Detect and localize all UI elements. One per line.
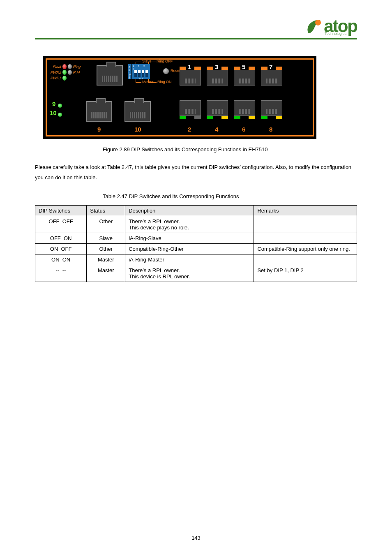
led-fault-label: Fault [48, 65, 61, 69]
port-num-2: 2 [188, 126, 191, 133]
port-7 [261, 66, 282, 86]
dip-sw-1[interactable] [145, 70, 148, 77]
port-num-6: 6 [242, 126, 245, 133]
dip-switch-block: 4 3 2 1 NO [132, 64, 150, 79]
table-header-row: DIP Switches Status Description Remarks [35, 206, 357, 216]
logo-sub: Technologies [325, 32, 346, 36]
figure-caption: Figure 2.89 DIP Switches and its Corresp… [103, 146, 357, 153]
port-3 [207, 66, 228, 86]
led-pwr1 [62, 76, 67, 81]
console-port [97, 65, 123, 86]
brand-logo: atop Technologies [306, 18, 357, 36]
side-num-9: 9 [52, 100, 55, 107]
callout-master: Master [142, 80, 154, 84]
table-row: ON ON Master iA-Ring-Master [35, 254, 357, 265]
led-pwr2 [62, 70, 67, 75]
cell-dip: ON ON [35, 254, 87, 265]
led-rm-label: R.M [73, 70, 86, 74]
cell-remarks: Compatible-Ring support only one ring. [254, 244, 357, 254]
cell-dip: OFF ON [35, 233, 87, 244]
cell-remarks: Set by DIP 1, DIP 2 [254, 265, 357, 282]
led-pwr2-label: PWR2 [48, 70, 61, 74]
port-num-10-bottom: 10 [134, 126, 141, 133]
port-num-8: 8 [269, 126, 272, 133]
port-6 [234, 100, 255, 120]
device-diagram: Fault Ring PWR2 R.M PWR1 [43, 56, 357, 139]
cell-desc: iA-Ring-Master [125, 254, 254, 265]
led-ring-label: Ring [73, 65, 86, 69]
dip-side-label: ring/ R.M. [128, 64, 131, 79]
cell-dip: -- -- [35, 265, 87, 282]
side-led-9 [58, 104, 62, 108]
status-led-block: Fault Ring PWR2 R.M PWR1 [48, 64, 86, 81]
led-pwr1-label: PWR1 [48, 76, 61, 80]
cell-desc: There’s a RPL owner. This device plays n… [125, 216, 254, 233]
table-row: OFF ON Slave iA-Ring-Slave [35, 233, 357, 244]
dip-sw-3[interactable] [138, 70, 141, 77]
dip-config-table: DIP Switches Status Description Remarks … [35, 205, 357, 282]
port-5 [234, 66, 255, 86]
side-num-10: 10 [50, 109, 57, 116]
port-2 [180, 100, 201, 120]
port-10 [125, 101, 151, 122]
th-dip: DIP Switches [35, 206, 87, 216]
cell-status: Slave [87, 233, 125, 244]
cell-remarks [254, 254, 357, 265]
callout-reset: Reset [171, 69, 180, 73]
cell-status: Master [87, 254, 125, 265]
cell-status: Other [87, 216, 125, 233]
cell-desc: iA-Ring-Slave [125, 233, 254, 244]
table-row: ON OFF Other Compatible-Ring-Other Compa… [35, 244, 357, 254]
table-row: OFF OFF Other There’s a RPL owner. This … [35, 216, 357, 233]
cell-status: Other [87, 244, 125, 254]
callout-ringoff: Ring OFF [157, 59, 173, 63]
logo-leaf-icon [306, 18, 323, 36]
table-row: -- -- Master There’s a RPL owner. This d… [35, 265, 357, 282]
cell-dip: ON OFF [35, 244, 87, 254]
header-rule [35, 38, 357, 39]
svg-point-0 [315, 20, 321, 25]
logo-word: atop [324, 20, 357, 33]
side-led-10 [58, 113, 62, 117]
th-status: Status [87, 206, 125, 216]
cell-remarks [254, 233, 357, 244]
led-rm [68, 70, 72, 75]
led-fault [62, 64, 67, 69]
dip-sw-4[interactable] [134, 70, 137, 77]
cell-desc: There’s a RPL owner. This device is RPL … [125, 265, 254, 282]
cell-desc: Compatible-Ring-Other [125, 244, 254, 254]
led-ring [68, 64, 72, 69]
cell-status: Master [87, 265, 125, 282]
dip-numbers: 4 3 2 1 [133, 65, 149, 70]
cell-remarks [254, 216, 357, 233]
cell-dip: OFF OFF [35, 216, 87, 233]
th-remarks: Remarks [254, 206, 357, 216]
dip-sw-2[interactable] [142, 70, 144, 77]
para1-a: Please carefully take a look at [35, 164, 107, 170]
port-4 [207, 100, 228, 120]
port-8 [261, 100, 282, 120]
th-desc: Description [125, 206, 254, 216]
page-number: 143 [0, 535, 392, 541]
callout-slave: Slave [142, 59, 152, 63]
port-num-4: 4 [215, 126, 218, 133]
paragraph-1: Please carefully take a look at Table 2.… [35, 162, 357, 183]
port-1 [180, 66, 201, 86]
table-ref-link: Table 2.47 [107, 164, 132, 170]
port-num-9-bottom: 9 [97, 126, 101, 133]
callout-ringon: Ring ON [157, 80, 172, 84]
reset-button[interactable] [163, 68, 169, 74]
table-caption: Table 2.47 DIP Switches and its Correspo… [103, 192, 357, 202]
page-header: atop Technologies [35, 18, 357, 36]
port-9 [86, 101, 112, 122]
